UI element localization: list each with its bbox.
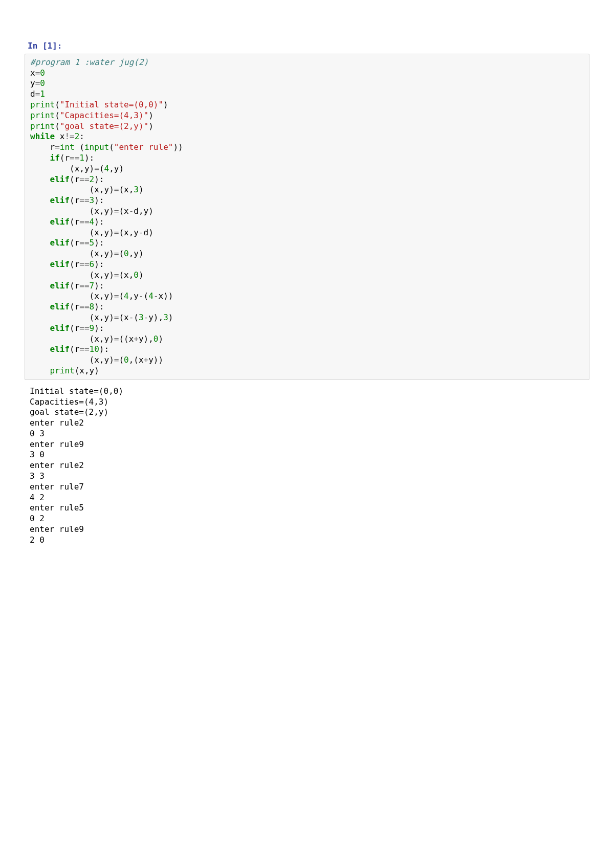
output-cell: Initial state=(0,0) Capacities=(4,3) goa… xyxy=(25,386,589,546)
code-content: #program 1 :water jug(2) x=0 y=0 d=1 pri… xyxy=(30,57,584,376)
cell-prompt: In [1]: xyxy=(25,41,589,52)
code-cell[interactable]: #program 1 :water jug(2) x=0 y=0 d=1 pri… xyxy=(25,54,589,380)
notebook-page: In [1]: #program 1 :water jug(2) x=0 y=0… xyxy=(0,0,614,570)
stdout: Initial state=(0,0) Capacities=(4,3) goa… xyxy=(30,386,584,546)
